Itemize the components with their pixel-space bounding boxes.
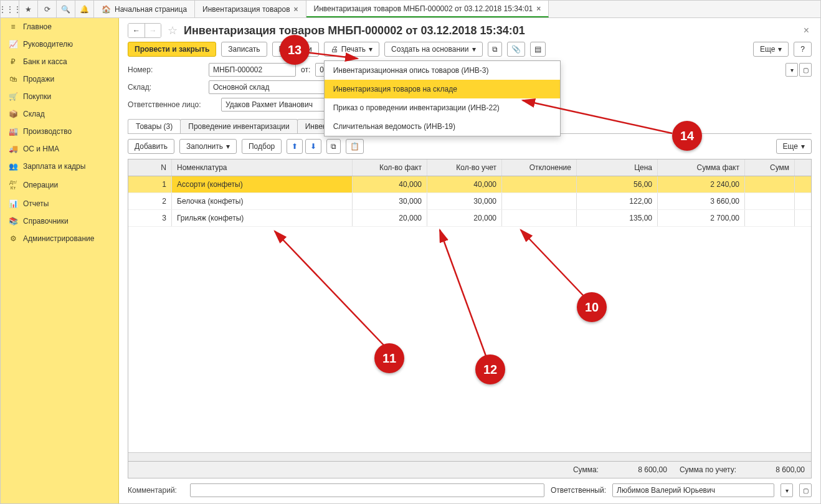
number-field[interactable]: МНБП-000002 — [209, 63, 296, 77]
horizontal-scrollbar[interactable] — [128, 452, 811, 461]
print-menu-item[interactable]: Инвентаризация товаров на складе — [325, 80, 560, 98]
col-deviation[interactable]: Отклонение — [502, 159, 577, 176]
table-cell[interactable]: 30,000 — [427, 193, 502, 209]
attach-button[interactable]: 📎 — [507, 42, 525, 57]
col-qty-acc[interactable]: Кол-во учет — [427, 159, 502, 176]
nav-sales[interactable]: 🛍Продажи — [1, 70, 118, 88]
table-cell[interactable] — [745, 193, 795, 209]
table-cell[interactable]: 56,00 — [577, 176, 658, 193]
table-cell[interactable]: 20,000 — [427, 210, 502, 226]
table-cell[interactable]: 2 700,00 — [658, 210, 745, 226]
table-cell[interactable]: Белочка (конфеты) — [172, 193, 353, 209]
select-button[interactable]: Подбор — [242, 139, 282, 154]
col-sum-acc[interactable]: Сумм — [745, 159, 795, 176]
table-cell[interactable]: 40,000 — [427, 176, 502, 193]
report-button[interactable]: ▤ — [530, 42, 546, 57]
col-price[interactable]: Цена — [577, 159, 658, 176]
nav-main[interactable]: ≡Главное — [1, 18, 118, 36]
back-button[interactable]: ← — [128, 24, 145, 37]
resp-dropdown-button[interactable]: ▾ — [781, 483, 793, 497]
more-button[interactable]: Еще ▾ — [753, 42, 789, 57]
nav-warehouse[interactable]: 📦Склад — [1, 105, 118, 123]
print-label: Печать — [341, 45, 366, 54]
forward-button[interactable]: → — [145, 24, 161, 37]
copy-button[interactable]: ⧉ — [326, 139, 341, 154]
table-row[interactable]: 2Белочка (конфеты)30,00030,000122,003 66… — [128, 193, 811, 210]
table-cell[interactable] — [502, 176, 577, 193]
close-button[interactable]: × — [801, 25, 812, 36]
subtab-goods[interactable]: Товары (3) — [128, 119, 181, 133]
total-sum-label: Сумма: — [573, 465, 599, 474]
table-cell[interactable]: 122,00 — [577, 193, 658, 209]
table-cell[interactable] — [745, 176, 795, 193]
nav-production[interactable]: 🏭Производство — [1, 123, 118, 140]
structure-button[interactable]: ⧉ — [488, 42, 502, 57]
annotation-10: 10 — [577, 292, 607, 322]
close-icon[interactable]: × — [536, 4, 541, 13]
resp-open-button[interactable]: ▢ — [799, 483, 812, 497]
grid-more-button[interactable]: Еще ▾ — [776, 139, 812, 154]
table-cell[interactable]: 3 660,00 — [658, 193, 745, 209]
add-row-button[interactable]: Добавить — [128, 139, 174, 154]
org-open-button[interactable]: ▢ — [799, 63, 812, 77]
post-and-close-button[interactable]: Провести и закрыть — [128, 42, 216, 57]
fill-button[interactable]: Заполнить ▾ — [179, 139, 237, 154]
star-icon[interactable]: ☆ — [168, 24, 178, 37]
save-button[interactable]: Записать — [221, 42, 267, 57]
table-cell[interactable]: 135,00 — [577, 210, 658, 226]
nav-hr[interactable]: 👥Зарплата и кадры — [1, 158, 118, 175]
apps-icon[interactable]: ⋮⋮⋮ — [1, 1, 19, 17]
tab-inventory-doc[interactable]: Инвентаризация товаров МНБП-000002 от 03… — [306, 1, 549, 17]
gear-icon: ⚙ — [8, 234, 18, 243]
col-qty-fact[interactable]: Кол-во факт — [353, 159, 427, 176]
nav-manager[interactable]: 📈Руководителю — [1, 36, 118, 53]
bell-icon[interactable]: 🔔 — [75, 1, 94, 17]
nav-purchases[interactable]: 🛒Покупки — [1, 88, 118, 105]
history-icon[interactable]: ⟳ — [38, 1, 57, 17]
table-cell[interactable]: Ассорти (конфеты) — [172, 176, 353, 193]
nav-assets[interactable]: 🚚ОС и НМА — [1, 140, 118, 158]
nav-catalogs[interactable]: 📚Справочники — [1, 212, 118, 230]
create-on-basis-button[interactable]: Создать на основании ▾ — [384, 42, 483, 57]
move-up-button[interactable]: ⬆ — [287, 139, 303, 154]
table-row[interactable]: 1Ассорти (конфеты)40,00040,00056,002 240… — [128, 176, 811, 193]
favorite-icon[interactable]: ★ — [19, 1, 38, 17]
annotation-11: 11 — [374, 343, 404, 373]
subtab-conducting[interactable]: Проведение инвентаризации — [180, 119, 297, 133]
table-cell[interactable] — [745, 210, 795, 226]
table-cell[interactable] — [502, 210, 577, 226]
table-cell[interactable]: 40,000 — [353, 176, 427, 193]
table-cell[interactable]: Грильяж (конфеты) — [172, 210, 353, 226]
comment-field[interactable] — [190, 483, 544, 497]
search-icon[interactable]: 🔍 — [57, 1, 75, 17]
table-cell[interactable]: 20,000 — [353, 210, 427, 226]
paste-button[interactable]: 📋 — [346, 139, 364, 154]
table-cell[interactable] — [502, 193, 577, 209]
table-cell[interactable]: 1 — [128, 176, 172, 193]
col-nomenclature[interactable]: Номенклатура — [172, 159, 353, 176]
tab-inventory-list[interactable]: Инвентаризация товаров × — [195, 1, 306, 17]
from-label: от: — [301, 65, 310, 74]
table-cell[interactable]: 3 — [128, 210, 172, 226]
nav-admin[interactable]: ⚙Администрирование — [1, 230, 118, 247]
print-menu-item[interactable]: Сличительная ведомость (ИНВ-19) — [325, 117, 560, 136]
print-button[interactable]: 🖨 Печать ▾ — [324, 42, 379, 57]
nav-bank[interactable]: ₽Банк и касса — [1, 53, 118, 70]
col-n[interactable]: N — [128, 159, 172, 176]
move-down-button[interactable]: ⬇ — [305, 139, 321, 154]
org-dropdown-button[interactable]: ▾ — [785, 63, 798, 77]
table-cell[interactable]: 2 — [128, 193, 172, 209]
nav-operations[interactable]: Дт/КтОперации — [1, 175, 118, 195]
resp-user-field[interactable]: Любимов Валерий Юрьевич — [612, 483, 774, 497]
print-menu-item[interactable]: Инвентаризационная опись товаров (ИНВ-3) — [325, 61, 560, 80]
tab-home[interactable]: 🏠 Начальная страница — [94, 1, 195, 17]
help-button[interactable]: ? — [794, 42, 812, 57]
print-menu-item[interactable]: Приказ о проведении инвентаризации (ИНВ-… — [325, 98, 560, 117]
nav-label: Справочники — [23, 217, 69, 226]
nav-reports[interactable]: 📊Отчеты — [1, 195, 118, 212]
close-icon[interactable]: × — [294, 5, 298, 14]
table-cell[interactable]: 30,000 — [353, 193, 427, 209]
table-row[interactable]: 3Грильяж (конфеты)20,00020,000135,002 70… — [128, 210, 811, 227]
table-cell[interactable]: 2 240,00 — [658, 176, 745, 193]
col-sum-fact[interactable]: Сумма факт — [658, 159, 745, 176]
